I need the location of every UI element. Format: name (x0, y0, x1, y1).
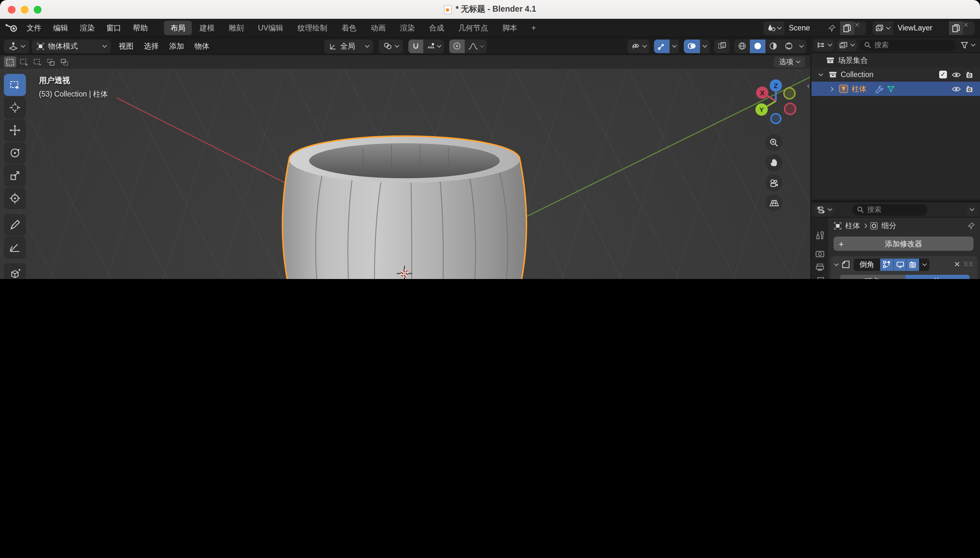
bevel-panel-header[interactable]: 倒角 ✕ ⠿⠿ (831, 256, 977, 273)
workspace-tab[interactable]: 合成 (423, 21, 450, 35)
viewport-menu-item[interactable]: 物体 (189, 39, 215, 53)
collection-checkbox[interactable]: ✓ (939, 71, 947, 79)
menu-item[interactable]: 编辑 (47, 21, 74, 35)
expand-chevron-icon[interactable] (819, 71, 823, 76)
zoom-view-button[interactable] (765, 134, 782, 151)
viewlayer-browse-button[interactable] (872, 21, 893, 34)
visibility-dropdown[interactable] (627, 39, 650, 53)
scene-name-field[interactable]: Scene (784, 21, 840, 34)
viewport-canvas[interactable]: 用户透视 (53) Collection | 柱体 (0, 69, 810, 279)
close-window-button[interactable] (8, 6, 16, 14)
tool-scale[interactable] (4, 165, 26, 187)
shading-material-button[interactable] (765, 39, 781, 53)
minimize-window-button[interactable] (21, 6, 28, 14)
pivot-point-dropdown[interactable] (379, 39, 403, 53)
outliner-editor-type-button[interactable] (814, 39, 834, 51)
render-camera-icon[interactable] (966, 85, 975, 92)
outliner-row-collection[interactable]: Collection ✓ (811, 67, 980, 82)
tab-view-layer[interactable] (811, 274, 828, 279)
bevel-realtime-toggle[interactable] (893, 258, 906, 271)
select-mode-extend[interactable] (18, 56, 30, 67)
breadcrumb-modifier[interactable]: 细分 (882, 221, 896, 230)
bevel-editmode-toggle[interactable] (880, 258, 893, 271)
proportional-falloff-dropdown[interactable] (465, 39, 487, 53)
select-mode-invert[interactable] (45, 56, 57, 67)
pan-view-button[interactable] (765, 154, 782, 171)
properties-options-button[interactable] (966, 204, 977, 215)
show-gizmo-toggle[interactable] (654, 39, 670, 53)
bevel-extras-dropdown[interactable] (919, 258, 929, 271)
bevel-delete-button[interactable]: ✕ (954, 260, 960, 269)
outliner-filter-button[interactable] (958, 39, 977, 51)
scene-new-copy-button[interactable] (840, 21, 854, 34)
workspace-tab[interactable]: 布局 (164, 21, 192, 35)
tool-move[interactable] (4, 119, 26, 141)
snap-toggle[interactable] (408, 39, 423, 53)
select-mode-intersect[interactable] (58, 56, 71, 67)
tool-rotate[interactable] (4, 142, 26, 164)
bevel-render-toggle[interactable] (906, 258, 919, 271)
workspace-tab[interactable]: 几何节点 (452, 21, 494, 35)
sidebar-collapse-arrow[interactable]: ‹ (807, 82, 809, 89)
workspace-tab[interactable]: 建模 (193, 21, 221, 35)
select-mode-new[interactable] (4, 56, 16, 67)
show-overlays-toggle[interactable] (684, 39, 700, 53)
menu-item[interactable]: 窗口 (100, 21, 127, 35)
properties-search-input[interactable]: 搜索 (852, 204, 927, 215)
xray-toggle[interactable] (714, 39, 730, 53)
pin-icon[interactable] (968, 222, 975, 229)
select-mode-subtract[interactable] (31, 56, 43, 67)
viewlayer-name-field[interactable]: ViewLayer (893, 21, 949, 34)
shading-wireframe-button[interactable] (734, 39, 750, 53)
workspace-tab[interactable]: UV编辑 (251, 21, 290, 35)
viewport-menu-item[interactable]: 选择 (139, 39, 164, 53)
mesh-object[interactable] (282, 136, 527, 279)
tool-annotate[interactable] (4, 214, 26, 236)
proportional-edit-toggle[interactable] (449, 39, 465, 53)
mode-dropdown[interactable]: 物体模式 (32, 39, 111, 53)
add-modifier-button[interactable]: + 添加修改器 (834, 236, 973, 251)
workspace-tab[interactable]: + (525, 21, 542, 35)
breadcrumb-object[interactable]: 柱体 (845, 221, 860, 230)
gizmo-dropdown[interactable] (670, 39, 679, 53)
shading-rendered-button[interactable] (781, 39, 796, 53)
viewport-menu-item[interactable]: 添加 (164, 39, 189, 53)
tool-cursor[interactable] (4, 97, 26, 118)
workspace-tab[interactable]: 雕刻 (222, 21, 250, 35)
overlays-dropdown[interactable] (700, 39, 710, 53)
outliner-search-input[interactable]: 搜索 (859, 39, 955, 51)
menu-item[interactable]: 文件 (21, 21, 47, 35)
bevel-name-field[interactable]: 倒角 (854, 258, 880, 271)
render-camera-icon[interactable] (966, 71, 975, 78)
collapse-chevron-icon[interactable] (834, 261, 839, 266)
menu-item[interactable]: 帮助 (127, 21, 154, 35)
viewlayer-new-copy-button[interactable] (949, 21, 963, 34)
drag-handle-icon[interactable]: ⠿⠿ (964, 261, 973, 268)
zoom-window-button[interactable] (34, 6, 41, 14)
hide-eye-icon[interactable] (952, 85, 961, 92)
workspace-tab[interactable]: 动画 (364, 21, 392, 35)
tab-tool[interactable] (811, 228, 828, 242)
mesh-data-icon[interactable] (886, 85, 895, 93)
menu-item[interactable]: 渲染 (74, 21, 100, 35)
transform-orientation-dropdown[interactable]: 全局 (324, 39, 373, 53)
tool-transform[interactable] (4, 187, 26, 209)
blender-logo-icon[interactable] (5, 24, 18, 32)
tab-output[interactable] (811, 261, 828, 274)
tool-select-box[interactable] (4, 74, 26, 96)
scene-browse-button[interactable] (763, 21, 784, 34)
orientation-gizmo[interactable]: Z X Y (746, 71, 802, 127)
viewport-menu-item[interactable]: 视图 (113, 39, 139, 53)
tool-measure[interactable] (4, 236, 26, 259)
modifier-wrench-icon[interactable] (875, 85, 883, 93)
tool-options-button[interactable]: 选项 (774, 56, 805, 67)
shading-solid-button[interactable] (750, 39, 765, 53)
outliner-display-mode-button[interactable] (837, 39, 857, 51)
hide-eye-icon[interactable] (952, 71, 961, 78)
bevel-affect-tab[interactable]: 边 (904, 275, 970, 279)
outliner-row-scene-collection[interactable]: 场景集合 (811, 53, 980, 67)
toggle-orthographic-button[interactable] (765, 194, 782, 211)
scene-unlink-button[interactable]: ✕ (854, 21, 866, 34)
pin-icon[interactable] (828, 24, 836, 31)
expand-chevron-icon[interactable] (829, 87, 834, 91)
